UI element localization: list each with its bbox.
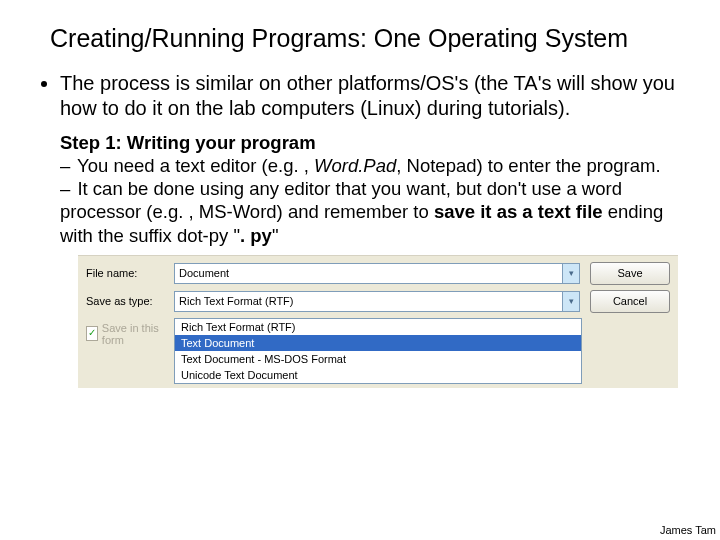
footer-author: James Tam xyxy=(660,524,716,536)
text: , Notepad) to enter the program. xyxy=(396,155,660,176)
checkbox-icon: ✓ xyxy=(86,326,98,341)
list-item[interactable]: Text Document - MS-DOS Format xyxy=(175,351,581,367)
page-title: Creating/Running Programs: One Operating… xyxy=(50,24,684,53)
step-heading: Step 1: Writing your program xyxy=(60,131,684,154)
text: " xyxy=(272,225,279,246)
checkbox-label: Save in this form xyxy=(102,322,164,346)
chevron-down-icon[interactable]: ▾ xyxy=(562,292,579,311)
cancel-button[interactable]: Cancel xyxy=(590,290,670,313)
filename-value: Document xyxy=(179,267,229,279)
step-block: Step 1: Writing your program You need a … xyxy=(60,131,684,247)
text: You need a text editor (e.g. , xyxy=(77,155,314,176)
step-line-2: It can be done using any editor that you… xyxy=(60,177,684,246)
savetype-input[interactable]: Rich Text Format (RTF) ▾ xyxy=(174,291,580,312)
savetype-value: Rich Text Format (RTF) xyxy=(179,295,294,307)
text-code: . py xyxy=(240,225,272,246)
save-button[interactable]: Save xyxy=(590,262,670,285)
bullet-main: The process is similar on other platform… xyxy=(60,71,684,121)
chevron-down-icon[interactable]: ▾ xyxy=(562,264,579,283)
filename-label: File name: xyxy=(86,267,164,279)
save-dialog: File name: Document ▾ Save Save as type:… xyxy=(78,255,678,388)
filename-input[interactable]: Document ▾ xyxy=(174,263,580,284)
savetype-dropdown[interactable]: Rich Text Format (RTF) Text Document Tex… xyxy=(174,318,582,384)
list-item[interactable]: Text Document xyxy=(175,335,581,351)
text-em: Word.Pad xyxy=(314,155,396,176)
list-item[interactable]: Rich Text Format (RTF) xyxy=(175,319,581,335)
savetype-label: Save as type: xyxy=(86,295,164,307)
text-bold: save it as a text file xyxy=(434,201,608,222)
list-item[interactable]: Unicode Text Document xyxy=(175,367,581,383)
step-line-1: You need a text editor (e.g. , Word.Pad,… xyxy=(60,154,684,177)
